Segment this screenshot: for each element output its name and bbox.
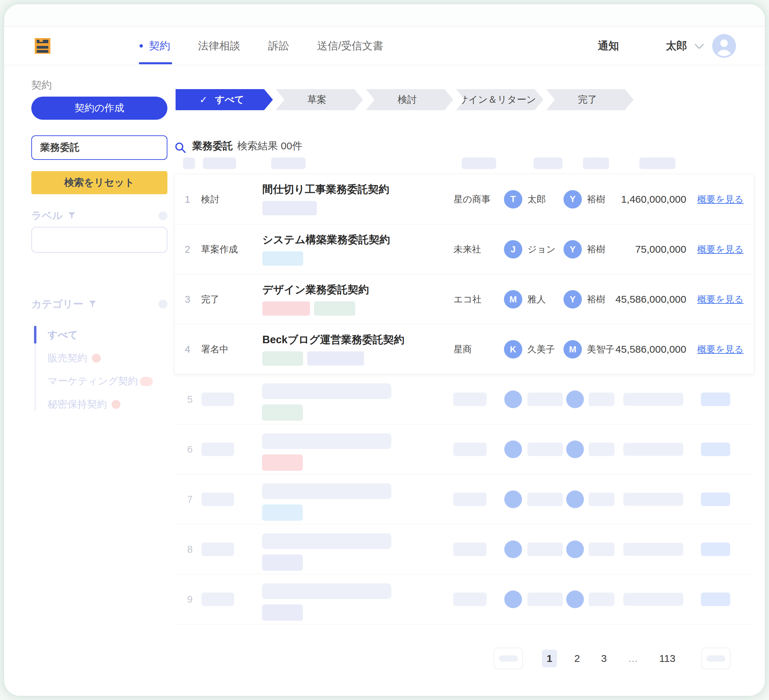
avatar-skeleton xyxy=(566,440,584,458)
assignee-name: 裕樹 xyxy=(587,243,605,255)
nav-tab-legal-consultation[interactable]: 法律相談 xyxy=(198,27,240,65)
assignee-name: 太郎 xyxy=(528,193,546,206)
status-skeleton xyxy=(201,443,234,456)
row-status: 草案作成 xyxy=(201,243,238,255)
row-tags xyxy=(262,352,404,366)
step-review[interactable]: 検討 xyxy=(366,89,453,110)
label-filter-input[interactable] xyxy=(31,227,167,253)
status-skeleton xyxy=(201,393,234,406)
assignee: K 久美子 xyxy=(504,340,555,358)
header-right: 通知 太郎 xyxy=(598,34,736,58)
assignee-avatar: Y xyxy=(563,290,582,308)
table-row[interactable]: 2 草案作成 システム構築業務委託契約 未来社 J ジョン Y xyxy=(175,224,754,274)
view-summary-link[interactable]: 概要を見る xyxy=(697,243,743,255)
table-header-skeleton xyxy=(174,157,755,169)
step-label: サイン＆リターン xyxy=(459,93,536,106)
row-tags xyxy=(262,201,389,215)
table-row[interactable]: 4 署名中 Beckブログ運営業務委託契約 星商 K 久美子 xyxy=(175,324,754,374)
name-skeleton xyxy=(589,592,615,606)
step-sign-and-return[interactable]: サイン＆リターン xyxy=(456,89,544,110)
company-name: 星商 xyxy=(454,343,472,355)
row-status: 完了 xyxy=(201,293,219,305)
view-summary-link[interactable]: 概要を見る xyxy=(697,193,743,206)
avatar-skeleton xyxy=(566,591,584,608)
view-summary-link[interactable]: 概要を見る xyxy=(697,343,743,355)
pagination: 1 2 3 … 113 xyxy=(174,648,730,669)
nav-tab-sent-received-documents[interactable]: 送信/受信文書 xyxy=(317,27,383,65)
sidebar-section-title: 契約 xyxy=(31,78,167,90)
company-skeleton xyxy=(453,443,487,456)
row-number: 7 xyxy=(187,494,193,505)
tag-chip xyxy=(262,301,310,316)
link-skeleton xyxy=(701,443,730,456)
tag-skeleton xyxy=(262,554,303,571)
category-count-badge xyxy=(92,354,101,363)
header-skeleton-block xyxy=(462,157,496,169)
category-filter-badge xyxy=(159,300,167,308)
assignee-name: 美智子 xyxy=(587,343,615,355)
row-number: 8 xyxy=(187,544,193,555)
step-label: 検討 xyxy=(398,93,417,106)
row-title-group: Beckブログ運営業務委託契約 xyxy=(262,333,404,366)
link-skeleton xyxy=(701,493,730,506)
page-number[interactable]: 3 xyxy=(601,653,607,664)
avatar-skeleton xyxy=(566,390,584,408)
assignee-avatar: J xyxy=(504,240,522,258)
table-row[interactable]: 1 検討 間仕切り工事業務委託契約 星の商事 T 太郎 Y xyxy=(175,174,754,224)
amount-skeleton xyxy=(623,443,683,456)
page-number-last[interactable]: 113 xyxy=(659,653,676,664)
create-contract-button[interactable]: 契約の作成 xyxy=(31,96,167,120)
avatar-skeleton xyxy=(504,541,522,558)
step-label: 草案 xyxy=(307,93,327,106)
row-title-group: 間仕切り工事業務委託契約 xyxy=(262,182,389,215)
page-number[interactable]: 2 xyxy=(574,653,580,664)
search-input[interactable] xyxy=(40,142,174,153)
company-name: 未来社 xyxy=(454,243,481,255)
category-item-all[interactable]: すべて xyxy=(48,323,167,347)
contract-amount: 45,586,000,000 xyxy=(615,344,686,355)
view-summary-link[interactable]: 概要を見る xyxy=(697,293,743,305)
name-skeleton xyxy=(528,592,563,606)
reset-search-button[interactable]: 検索をリセット xyxy=(31,171,167,194)
step-all[interactable]: ✓ すべて xyxy=(175,89,273,110)
company-skeleton xyxy=(453,493,487,506)
assignee: M 美智子 xyxy=(563,340,615,358)
header-skeleton-block xyxy=(271,157,306,169)
status-skeleton xyxy=(201,543,234,556)
avatar-skeleton xyxy=(504,591,522,608)
assignee-name: 裕樹 xyxy=(587,293,605,305)
row-status: 署名中 xyxy=(201,343,228,355)
notifications-button[interactable]: 通知 xyxy=(598,39,619,53)
amount-skeleton xyxy=(623,393,683,406)
category-item-sales-contract[interactable]: 販売契約 xyxy=(48,347,167,370)
previous-page-button[interactable] xyxy=(494,648,523,669)
row-number: 3 xyxy=(185,294,190,305)
assignee-avatar: T xyxy=(504,190,522,209)
contract-amount: 45,586,000,000 xyxy=(615,294,686,305)
tag-chip xyxy=(314,301,355,316)
tag-chip xyxy=(307,352,364,366)
user-menu[interactable]: 太郎 xyxy=(666,34,736,58)
step-draft[interactable]: 草案 xyxy=(276,89,363,110)
row-number: 6 xyxy=(187,444,193,455)
page-number-current[interactable]: 1 xyxy=(542,650,557,667)
row-number: 1 xyxy=(185,194,190,205)
tag-skeleton xyxy=(262,405,303,421)
nav-tab-contracts[interactable]: 契約 xyxy=(140,27,170,65)
next-page-button[interactable] xyxy=(701,648,730,669)
row-number: 2 xyxy=(185,244,190,255)
contract-table: 1 検討 間仕切り工事業務委託契約 星の商事 T 太郎 Y xyxy=(174,174,755,374)
top-navigation: 契約 法律相談 訴訟 送信/受信文書 通知 太郎 xyxy=(4,27,765,65)
nav-tab-litigation[interactable]: 訴訟 xyxy=(268,27,289,65)
table-row-skeleton: 7 xyxy=(174,475,755,525)
title-skeleton xyxy=(262,583,391,599)
category-label: 販売契約 xyxy=(48,352,87,365)
result-count-text: 検索結果 00件 xyxy=(237,140,302,151)
label-filter-title: ラベル xyxy=(31,209,63,223)
table-row[interactable]: 3 完了 デザイン業務委託契約 エコ社 M 雅人 xyxy=(175,274,754,324)
assignee-avatar: M xyxy=(563,340,582,358)
assignee-avatar: Y xyxy=(563,190,582,209)
category-item-marketing-contract[interactable]: マーケティング契約 xyxy=(48,370,167,393)
category-item-nda[interactable]: 秘密保持契約 xyxy=(48,393,167,416)
step-complete[interactable]: 完了 xyxy=(546,89,634,110)
